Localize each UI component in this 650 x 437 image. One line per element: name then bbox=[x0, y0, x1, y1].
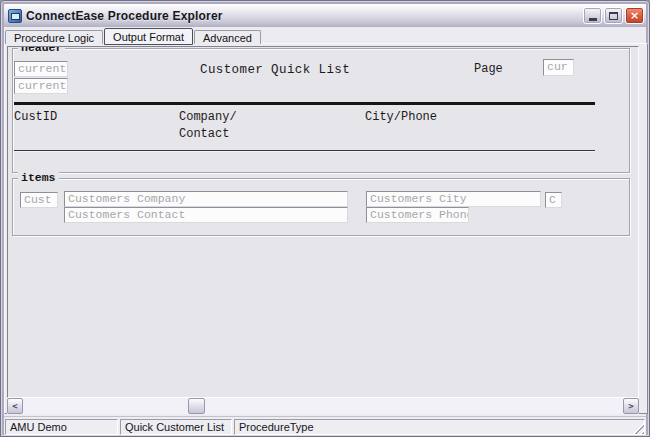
scrollbar-thumb[interactable] bbox=[188, 398, 205, 414]
page-number-field[interactable]: cur bbox=[543, 59, 574, 76]
chevron-left-icon: < bbox=[12, 401, 17, 411]
window-title: ConnectEase Procedure Explorer bbox=[26, 9, 223, 23]
app-icon bbox=[8, 9, 22, 23]
header-band-label: header bbox=[18, 46, 65, 55]
items-field-country[interactable]: C bbox=[545, 192, 562, 208]
report-design-surface[interactable]: header current current Customer Quick Li… bbox=[7, 46, 639, 398]
output-format-panel: header current current Customer Quick Li… bbox=[4, 43, 648, 414]
items-field-city[interactable]: Customers City bbox=[366, 191, 541, 207]
minimize-button[interactable] bbox=[583, 7, 602, 24]
horizontal-scrollbar[interactable]: < > bbox=[7, 398, 639, 414]
column-header-city-phone: City/Phone bbox=[365, 111, 437, 124]
scrollbar-track[interactable] bbox=[23, 398, 623, 414]
minimize-icon bbox=[589, 18, 597, 21]
items-band-label: items bbox=[18, 171, 59, 185]
header-field-current-2[interactable]: current bbox=[14, 78, 68, 94]
items-field-custid[interactable]: Cust bbox=[20, 192, 58, 208]
column-header-contact: Contact bbox=[179, 128, 229, 141]
chevron-right-icon: > bbox=[628, 401, 633, 411]
close-icon: × bbox=[630, 10, 639, 21]
status-bar: AMU Demo Quick Customer List ProcedureTy… bbox=[4, 416, 646, 435]
column-header-custid: CustID bbox=[14, 111, 57, 124]
app-window: ConnectEase Procedure Explorer × Procedu… bbox=[0, 0, 650, 437]
status-panel-app: AMU Demo bbox=[5, 419, 118, 435]
maximize-button[interactable] bbox=[604, 7, 623, 24]
column-header-company: Company/ bbox=[179, 111, 237, 124]
close-button[interactable]: × bbox=[625, 7, 644, 24]
maximize-icon bbox=[609, 12, 618, 20]
status-panel-type: ProcedureType bbox=[234, 419, 645, 435]
header-separator-thick bbox=[14, 102, 595, 105]
scroll-right-button[interactable]: > bbox=[623, 398, 639, 414]
tab-output-format[interactable]: Output Format bbox=[104, 28, 193, 45]
tab-procedure-logic[interactable]: Procedure Logic bbox=[5, 30, 103, 44]
items-field-phone[interactable]: Customers Phone bbox=[366, 207, 469, 223]
resize-grip-icon[interactable] bbox=[631, 421, 644, 434]
items-field-company[interactable]: Customers Company bbox=[64, 191, 348, 207]
scroll-left-button[interactable]: < bbox=[7, 398, 23, 414]
header-field-current-1[interactable]: current bbox=[14, 61, 68, 77]
status-panel-procedure: Quick Customer List bbox=[120, 419, 232, 435]
items-field-contact[interactable]: Customers Contact bbox=[64, 207, 348, 223]
report-title-text[interactable]: Customer Quick List bbox=[200, 64, 350, 77]
status-panel-type-text: ProcedureType bbox=[239, 421, 314, 433]
header-separator-thin bbox=[14, 150, 595, 152]
tab-advanced[interactable]: Advanced bbox=[194, 30, 261, 44]
page-label: Page bbox=[474, 63, 503, 76]
tab-strip: Procedure Logic Output Format Advanced bbox=[5, 27, 262, 44]
title-bar[interactable]: ConnectEase Procedure Explorer × bbox=[4, 4, 646, 27]
window-controls: × bbox=[583, 7, 644, 24]
